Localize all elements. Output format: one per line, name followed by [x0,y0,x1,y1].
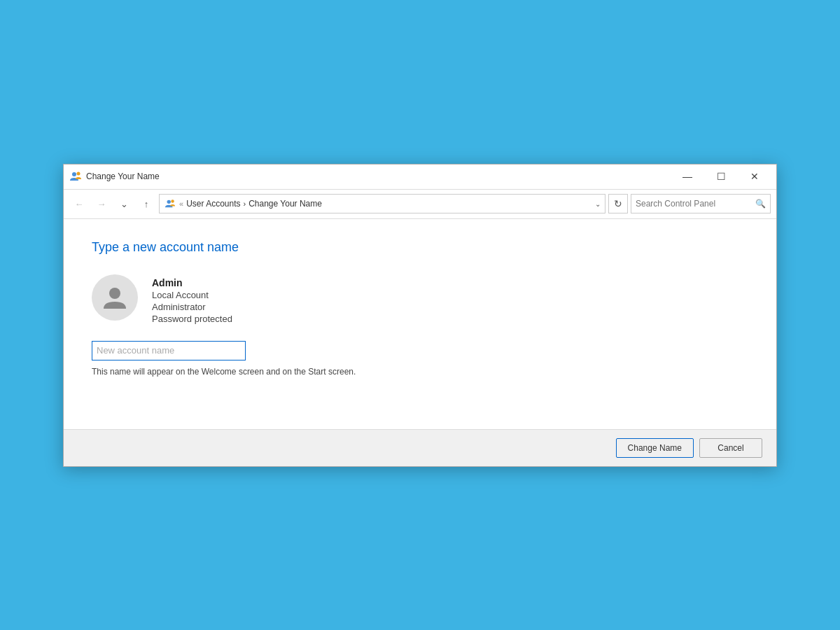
cancel-button[interactable]: Cancel [699,438,762,458]
search-bar: 🔍 [631,194,771,214]
account-meta-admin: Administrator [152,302,232,312]
svg-point-4 [109,288,120,299]
account-info: Admin Local Account Administrator Passwo… [92,274,748,324]
address-bar[interactable]: « User Accounts › Change Your Name ⌄ [159,194,606,214]
avatar [92,274,138,321]
hint-text: This name will appear on the Welcome scr… [92,367,356,377]
nav-bar: ← → ⌄ ↑ « User Accounts › Change Your Na… [64,190,776,219]
window-icon [69,170,82,183]
close-button[interactable]: ✕ [738,166,771,187]
address-icon [164,197,176,210]
window: Change Your Name — ☐ ✕ ← → ⌄ ↑ « User Ac… [63,164,777,467]
breadcrumb-current: Change Your Name [248,199,322,209]
back-button[interactable]: ← [69,194,89,214]
window-title: Change Your Name [86,172,671,181]
new-account-name-input[interactable] [92,341,246,360]
svg-point-2 [167,200,171,204]
svg-point-0 [72,172,76,176]
dropdown-button[interactable]: ⌄ [114,194,134,214]
forward-button[interactable]: → [92,194,111,214]
maximize-button[interactable]: ☐ [705,166,737,187]
minimize-button[interactable]: — [671,166,704,187]
footer: Change Name Cancel [64,429,776,466]
change-name-button[interactable]: Change Name [616,438,694,458]
content-area: Type a new account name Admin Local Acco… [64,219,776,429]
window-controls: — ☐ ✕ [671,166,771,187]
svg-point-3 [171,200,174,202]
address-chevron-icon[interactable]: ⌄ [595,200,601,208]
search-icon[interactable]: 🔍 [755,199,766,209]
up-button[interactable]: ↑ [136,194,156,214]
breadcrumb-parent[interactable]: User Accounts [186,199,240,209]
search-input[interactable] [636,199,752,209]
title-bar: Change Your Name — ☐ ✕ [64,164,776,190]
account-meta-local: Local Account [152,290,232,300]
breadcrumb-arrow: › [244,200,246,208]
account-name: Admin [152,277,232,288]
breadcrumb-separator: « [179,200,183,208]
svg-point-1 [77,172,80,176]
account-details: Admin Local Account Administrator Passwo… [152,274,232,324]
refresh-button[interactable]: ↻ [608,194,628,214]
section-title: Type a new account name [92,240,748,255]
account-meta-password: Password protected [152,314,232,324]
